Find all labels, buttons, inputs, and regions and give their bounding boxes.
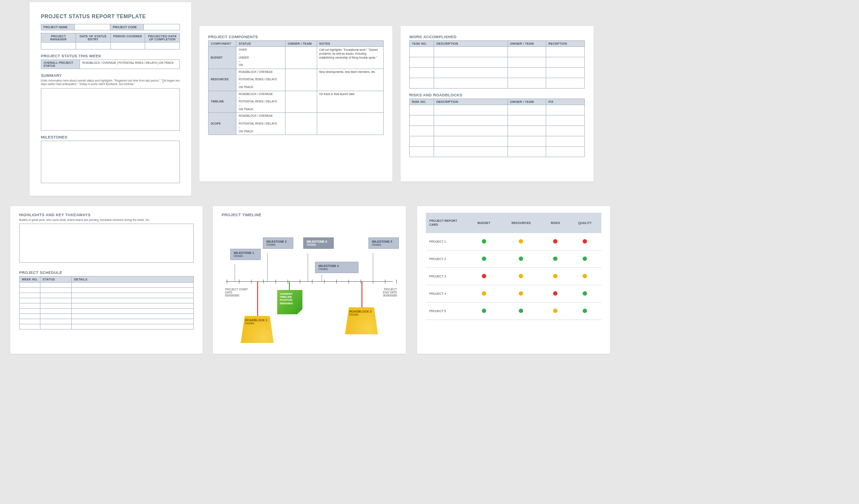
overall-status: OVERALL PROJECT STATUSROADBLOCK / OVERAG… — [41, 59, 180, 69]
summary-hint: Enter information here about overall sta… — [41, 79, 180, 86]
work-table: TASK NO.DESCRIPTIONOWNER / TEAMRECEPTION — [409, 40, 585, 89]
milestone-1: MILESTONE 1Details — [230, 249, 261, 260]
status-dot — [553, 291, 557, 296]
page-title: PROJECT STATUS REPORT TEMPLATE — [41, 13, 180, 20]
schedule-table: WEEK NO.STATUSDETAILS — [19, 276, 194, 329]
work-title: WORK ACCOMPLISHED — [409, 35, 585, 39]
roadblock-1: ROADBLOCK 1Details — [241, 316, 274, 343]
milestone-3: MILESTONE 3Details — [303, 237, 334, 249]
report-card-row: PROJECT 2 — [426, 250, 601, 268]
summary-box[interactable] — [41, 88, 180, 131]
status-dot — [482, 309, 486, 313]
timeline-end-label: PROJECTEND DATE00/00/0000 — [362, 288, 397, 297]
highlights-hint: Bullets of great work, who owns what, wh… — [19, 218, 194, 222]
status-dot — [553, 309, 557, 313]
page-highlights-schedule: HIGHLIGHTS AND KEY TAKEAWAYS Bullets of … — [10, 206, 202, 354]
status-dot — [583, 239, 587, 244]
status-dot — [519, 291, 523, 296]
report-card-row: PROJECT 4 — [426, 285, 601, 303]
status-dot — [583, 309, 587, 313]
report-card-table: PROJECT REPORT CARD BUDGET RESOURCES RIS… — [426, 213, 601, 320]
status-dot — [519, 239, 523, 244]
highlights-title: HIGHLIGHTS AND KEY TAKEAWAYS — [19, 213, 194, 217]
status-dot — [553, 257, 557, 261]
risks-table: RISK NO.DESCRIPTIONOWNER / TEAMFIX — [409, 99, 585, 157]
page-report-card: PROJECT REPORT CARD BUDGET RESOURCES RIS… — [417, 206, 610, 354]
report-card-row: PROJECT 3 — [426, 268, 601, 285]
status-dot — [519, 274, 523, 278]
status-dot — [482, 239, 486, 244]
summary-title: SUMMARY — [41, 73, 180, 78]
timeline-title: PROJECT TIMELINE — [222, 213, 397, 217]
highlights-box[interactable] — [19, 224, 194, 263]
status-dot — [583, 291, 587, 296]
page-status-report: PROJECT STATUS REPORT TEMPLATE PROJECT N… — [30, 2, 191, 196]
milestone-5: MILESTONE 5Details — [368, 237, 399, 249]
status-dot — [519, 257, 523, 261]
timeline-canvas: PROJECT STARTDATE00/00/0000 PROJECTEND D… — [222, 218, 397, 344]
components-title: PROJECT COMPONENTS — [208, 35, 384, 39]
status-dot — [583, 257, 587, 261]
status-dot — [583, 274, 587, 278]
current-position: CURRENTTIMELINEPOSITION00/00/0000 — [277, 290, 302, 314]
project-meta-2: PROJECT MANAGER DATE OF STATUS ENTRY PER… — [41, 33, 180, 49]
status-dot — [519, 309, 523, 313]
milestones-title: MILESTONES — [41, 135, 180, 139]
components-table: COMPONENT STATUS OWNER / TEAM NOTES BUDG… — [208, 40, 384, 135]
milestone-4: MILESTONE 4Details — [315, 262, 358, 273]
status-dot — [482, 257, 486, 261]
milestone-2: MILESTONE 2Details — [263, 237, 293, 249]
page-components: PROJECT COMPONENTS COMPONENT STATUS OWNE… — [199, 26, 392, 181]
timeline-start-label: PROJECT STARTDATE00/00/0000 — [225, 288, 260, 297]
report-card-row: PROJECT 1 — [426, 233, 601, 250]
status-dot — [482, 291, 486, 296]
page-timeline: PROJECT TIMELINE PROJECT STARTDATE00/00/… — [213, 206, 406, 354]
page-work-risks: WORK ACCOMPLISHED TASK NO.DESCRIPTIONOWN… — [401, 26, 594, 181]
roadblock-2: ROADBLOCK 2Details — [345, 307, 378, 334]
report-card-row: PROJECT 5 — [426, 303, 601, 320]
status-dot — [482, 274, 486, 278]
status-week-title: PROJECT STATUS THIS WEEK — [41, 54, 180, 58]
project-meta-1: PROJECT NAMEPROJECT CODE — [41, 24, 180, 30]
schedule-title: PROJECT SCHEDULE — [19, 270, 194, 275]
status-dot — [553, 239, 557, 244]
status-dot — [553, 274, 557, 278]
milestones-box[interactable] — [41, 141, 180, 183]
risks-title: RISKS AND ROADBLOCKS — [409, 93, 585, 97]
